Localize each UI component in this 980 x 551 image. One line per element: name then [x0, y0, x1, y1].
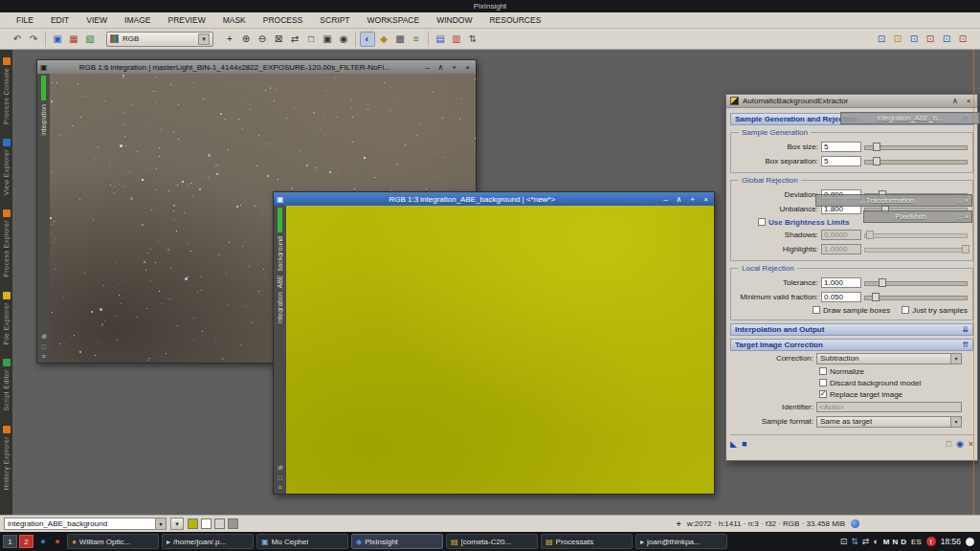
close-icon[interactable]: × [462, 63, 473, 72]
menu-view[interactable]: VIEW [78, 13, 116, 27]
draw-sample-boxes-checkbox[interactable] [813, 306, 820, 314]
menu-edit[interactable]: EDIT [42, 13, 78, 27]
show-desktop-button[interactable] [966, 538, 974, 546]
view-selector-tab[interactable]: integration ⊕ □ ≡ [37, 74, 50, 363]
task-home-joan-p[interactable]: ▸/home/joan/.p... [162, 534, 254, 549]
swap-workspaces-icon[interactable]: ⇅ [465, 32, 480, 47]
track-view-icon[interactable]: □ [946, 439, 950, 449]
screen-monitor-6-icon[interactable]: ⊡ [955, 32, 970, 47]
color-swatch-1[interactable] [201, 518, 212, 529]
new-preview-icon[interactable]: □ [278, 474, 281, 481]
workspace-1[interactable]: 1 [3, 535, 17, 548]
new-preview-icon[interactable]: □ [41, 343, 45, 350]
abe-background-canvas[interactable] [286, 206, 714, 494]
just-try-samples-checkbox[interactable] [902, 306, 909, 314]
expand-section-icon[interactable]: ⇊ [962, 325, 969, 334]
dock-tab-script-editor[interactable]: Script Editor [3, 359, 11, 410]
collapse-section-icon[interactable]: ⇈ [962, 341, 969, 349]
zoom-icon[interactable]: + [449, 63, 459, 72]
redo-icon[interactable]: ↷ [26, 32, 41, 47]
normalize-checkbox[interactable] [819, 367, 827, 375]
shade-icon[interactable]: ∧ [435, 63, 446, 72]
menu-process[interactable]: PROCESS [255, 13, 312, 27]
dock-tab-process-console[interactable]: Process Console [3, 57, 11, 124]
menu-workspace[interactable]: WORKSPACE [359, 13, 429, 27]
new-instance-icon[interactable]: ◣ [730, 439, 737, 449]
close-icon[interactable]: × [701, 195, 711, 204]
color-swatch-0[interactable] [188, 518, 198, 529]
pan-mode-icon[interactable]: ⇄ [287, 32, 302, 47]
menu-window[interactable]: WINDOW [428, 13, 480, 27]
restore-icon[interactable]: □ [958, 197, 962, 204]
center-view-icon[interactable]: ◉ [336, 32, 351, 47]
zoom-out-icon[interactable]: ⊖ [255, 32, 270, 47]
new-workspace-icon[interactable]: ▧ [82, 32, 98, 47]
screen-monitor-2-icon[interactable]: ⊡ [890, 32, 905, 47]
abe-panel[interactable]: AutomaticBackgroundExtractor ∧ × Sample … [725, 94, 978, 461]
zoom-in-icon[interactable]: ⊕ [238, 32, 254, 47]
box-size-input[interactable] [821, 142, 861, 152]
window-titlebar[interactable]: ▣ RGB 1:6 integration | masterLight_BIN-… [37, 60, 476, 74]
zoom-fit-icon[interactable]: ⊕ [41, 333, 47, 341]
keyboard-layout[interactable]: ES [911, 538, 922, 546]
launcher-browser-icon[interactable]: ● [36, 535, 50, 548]
browse-documentation-icon[interactable]: ◉ [956, 439, 964, 449]
menu-file[interactable]: FILE [8, 13, 42, 27]
process-explorer-icon[interactable]: ▤ [433, 32, 448, 47]
color-swatch-3[interactable] [228, 518, 238, 529]
iconize-icon[interactable]: – [660, 195, 671, 204]
view-options-button[interactable]: ▾ [170, 518, 184, 530]
tolerance-input[interactable] [821, 277, 861, 288]
new-image-window-icon[interactable]: ▣ [50, 32, 65, 47]
fit-view-icon[interactable]: ⊠ [271, 32, 286, 47]
tray-network-icon[interactable]: ⇄ [862, 537, 870, 546]
box-size-slider[interactable] [864, 142, 968, 152]
dock-tab-view-explorer[interactable]: View Explorer [3, 139, 11, 195]
color-management-icon[interactable]: ◆ [376, 32, 391, 47]
box-separation-input[interactable] [821, 156, 861, 166]
menu-mask[interactable]: MASK [214, 13, 255, 27]
zoom-icon[interactable]: + [687, 195, 698, 204]
alert-badge[interactable]: ! [926, 537, 936, 546]
shaded-window-transformation[interactable]: ...Transformation □ × [815, 194, 972, 207]
discard-background-model-checkbox[interactable] [819, 379, 827, 386]
restore-icon[interactable]: □ [958, 213, 962, 220]
screen-monitor-5-icon[interactable]: ⊡ [939, 32, 954, 47]
view-options-icon[interactable]: ≡ [278, 484, 281, 491]
menu-image[interactable]: IMAGE [116, 13, 159, 27]
shade-icon[interactable]: ∧ [950, 97, 960, 105]
iconize-icon[interactable]: – [422, 63, 433, 72]
menu-preview[interactable]: PREVIEW [159, 13, 213, 27]
menu-resources[interactable]: RESOURCES [480, 13, 549, 27]
clock[interactable]: 18:56 [941, 537, 961, 546]
chevron-down-icon[interactable]: ▾ [198, 33, 210, 45]
section-interpolation[interactable]: Interpolation and Output ⇊ [730, 323, 973, 336]
apply-icon[interactable]: ■ [742, 439, 746, 449]
stf-icon[interactable]: ◐ [360, 32, 375, 47]
tray-volume-icon[interactable]: ◐ [873, 537, 878, 546]
tolerance-slider[interactable] [864, 277, 968, 288]
histogram-icon[interactable]: ≡ [409, 32, 424, 47]
image-window-abe-background[interactable]: ▣ RGB 1:3 integration_ABE_background | <… [273, 191, 715, 495]
color-swatch-2[interactable] [214, 518, 225, 529]
shade-icon[interactable]: ∧ [674, 195, 684, 204]
workspace-2[interactable]: 2 [19, 535, 33, 548]
sample-format-select[interactable]: Same as target ▾ [816, 416, 962, 428]
task-william-optic[interactable]: ●William Optic... [67, 534, 159, 549]
section-target-correction[interactable]: Target Image Correction ⇈ [730, 339, 973, 351]
undo-icon[interactable]: ↶ [10, 32, 25, 47]
view-options-icon[interactable]: ≡ [41, 353, 45, 360]
zoom-fit-icon[interactable]: ⊕ [278, 464, 283, 472]
menu-script[interactable]: SCRIPT [311, 13, 358, 27]
close-icon[interactable]: × [964, 97, 973, 105]
launcher-mail-icon[interactable]: ● [51, 535, 64, 548]
tray-display-icon[interactable]: ⊡ [840, 537, 848, 546]
screen-monitor-1-icon[interactable]: ⊡ [874, 32, 889, 47]
edit-preview-icon[interactable]: ▣ [320, 32, 335, 47]
image-container-icon[interactable]: ▦ [66, 32, 81, 47]
close-icon[interactable]: × [965, 213, 969, 220]
script-editor-icon[interactable]: ▥ [449, 32, 464, 47]
workspace[interactable]: ▣ RGB 1:6 integration | masterLight_BIN-… [12, 50, 980, 515]
correction-select[interactable]: Subtraction ▾ [816, 353, 962, 364]
screen-monitor-3-icon[interactable]: ⊡ [906, 32, 922, 47]
